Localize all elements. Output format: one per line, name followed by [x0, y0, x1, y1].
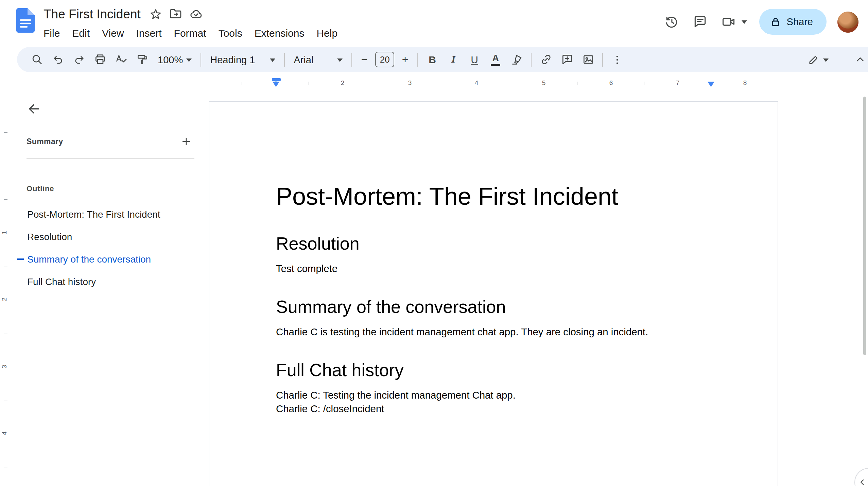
italic-button[interactable]: I	[443, 49, 464, 70]
active-indicator	[17, 213, 24, 215]
account-avatar[interactable]	[837, 11, 858, 32]
vertical-ruler: 1 2 3 4	[1, 89, 10, 486]
editing-mode-select[interactable]	[803, 49, 833, 70]
outline-item-full-chat-history[interactable]: Full Chat history	[17, 270, 202, 292]
lock-icon	[770, 16, 781, 27]
paint-format-icon[interactable]	[132, 49, 152, 70]
menu-view[interactable]: View	[96, 26, 130, 40]
toolbar-divider	[531, 53, 532, 66]
side-panel-toggle[interactable]	[854, 468, 868, 486]
header-actions: Share	[660, 8, 858, 35]
google-docs-logo-icon[interactable]	[16, 8, 35, 33]
increase-font-size-button[interactable]: +	[397, 49, 413, 70]
menu-file[interactable]: File	[37, 26, 66, 40]
bold-button[interactable]: B	[422, 49, 442, 70]
menu-extensions[interactable]: Extensions	[248, 26, 311, 40]
font-value: Arial	[294, 54, 313, 65]
outline-item-post-mortem[interactable]: Post-Mortem: The First Incident	[17, 203, 202, 225]
spellcheck-icon[interactable]	[111, 49, 131, 70]
menu-format[interactable]: Format	[168, 26, 212, 40]
underline-button[interactable]: U	[464, 49, 485, 70]
right-indent-marker[interactable]	[708, 82, 714, 87]
font-select[interactable]: Arial	[289, 49, 347, 70]
search-icon[interactable]	[27, 49, 47, 70]
menu-edit[interactable]: Edit	[66, 26, 96, 40]
meet-button[interactable]	[717, 10, 750, 33]
add-summary-icon[interactable]	[178, 133, 194, 150]
outline-item-resolution[interactable]: Resolution	[17, 225, 202, 248]
doc-heading-resolution[interactable]: Resolution	[276, 233, 711, 255]
insert-image-icon[interactable]	[578, 49, 598, 70]
move-folder-icon[interactable]	[167, 5, 185, 23]
header: The First Incident	[0, 0, 868, 45]
version-history-icon[interactable]	[660, 10, 683, 33]
comments-icon[interactable]	[689, 10, 712, 33]
doc-heading-title[interactable]: Post-Mortem: The First Incident	[276, 181, 711, 212]
font-size-input[interactable]: 20	[375, 52, 394, 67]
chevron-down-icon	[337, 58, 343, 64]
chevron-down-icon	[186, 58, 192, 64]
doc-heading-full-chat-history[interactable]: Full Chat history	[276, 359, 711, 382]
doc-paragraph[interactable]: Test complete	[276, 262, 711, 275]
toolbar-divider	[351, 53, 352, 66]
paragraph-style-value: Heading 1	[210, 54, 255, 65]
close-outline-button[interactable]	[22, 97, 46, 120]
pen-icon	[808, 53, 820, 66]
chevron-down-icon	[742, 20, 747, 27]
toolbar-divider	[602, 53, 603, 66]
summary-section: Summary	[27, 134, 194, 149]
insert-link-icon[interactable]	[536, 49, 556, 70]
doc-paragraph[interactable]: Charlie C: Testing the incident manageme…	[276, 388, 711, 402]
text-color-button[interactable]: A	[485, 49, 506, 70]
outline-label: Outline	[27, 184, 54, 192]
horizontal-ruler: 1 2 3 4 5 6 7 8	[209, 78, 778, 89]
summary-label: Summary	[27, 137, 63, 146]
highlight-color-icon[interactable]	[506, 49, 527, 70]
add-comment-icon[interactable]	[557, 49, 577, 70]
chevron-down-icon	[823, 58, 829, 64]
share-button[interactable]: Share	[760, 9, 827, 35]
google-docs-app: The First Incident	[0, 0, 868, 486]
menu-insert[interactable]: Insert	[130, 26, 168, 40]
toolbar-divider	[417, 53, 418, 66]
chevron-left-icon	[858, 477, 867, 486]
decrease-font-size-button[interactable]: −	[356, 49, 372, 70]
first-line-indent-marker[interactable]	[272, 78, 280, 81]
zoom-value: 100%	[158, 54, 183, 65]
menu-bar: File Edit View Insert Format Tools Exten…	[37, 26, 344, 40]
paragraph-style-select[interactable]: Heading 1	[205, 49, 280, 70]
document-title[interactable]: The First Incident	[43, 6, 144, 21]
toolbar: 100% Heading 1 Arial − 20 + B I U A	[17, 47, 868, 72]
menu-help[interactable]: Help	[310, 26, 344, 40]
document-page[interactable]: Post-Mortem: The First Incident Resoluti…	[209, 101, 778, 486]
menu-tools[interactable]: Tools	[212, 26, 248, 40]
cloud-saved-icon[interactable]	[188, 5, 205, 23]
hide-menus-icon[interactable]	[850, 49, 868, 70]
vertical-scrollbar[interactable]	[863, 97, 866, 355]
doc-heading-summary[interactable]: Summary of the conversation	[276, 296, 711, 318]
left-indent-marker[interactable]	[272, 82, 279, 87]
share-label: Share	[787, 16, 813, 27]
redo-icon[interactable]	[69, 49, 89, 70]
video-camera-icon	[717, 10, 741, 33]
star-icon[interactable]	[147, 5, 164, 23]
chevron-down-icon	[270, 58, 275, 64]
outline-list: Post-Mortem: The First Incident Resoluti…	[17, 203, 202, 292]
text-color-icon: A	[491, 53, 500, 66]
sidebar-divider	[27, 158, 194, 159]
ruler-ticks	[4, 99, 7, 486]
active-indicator	[17, 258, 24, 259]
more-options-icon[interactable]	[607, 49, 627, 70]
header-main: The First Incident	[43, 5, 344, 40]
toolbar-divider	[284, 53, 285, 66]
active-indicator	[17, 236, 24, 237]
doc-paragraph[interactable]: Charlie C is testing the incident manage…	[276, 325, 711, 339]
print-icon[interactable]	[90, 49, 110, 70]
toolbar-divider	[201, 53, 201, 66]
doc-paragraph[interactable]: Charlie C: /closeIncident	[276, 402, 711, 416]
undo-icon[interactable]	[48, 49, 68, 70]
zoom-select[interactable]: 100%	[153, 49, 196, 70]
outline-item-summary[interactable]: Summary of the conversation	[17, 248, 202, 270]
ruler-ticks	[209, 82, 778, 85]
active-indicator	[17, 281, 24, 282]
